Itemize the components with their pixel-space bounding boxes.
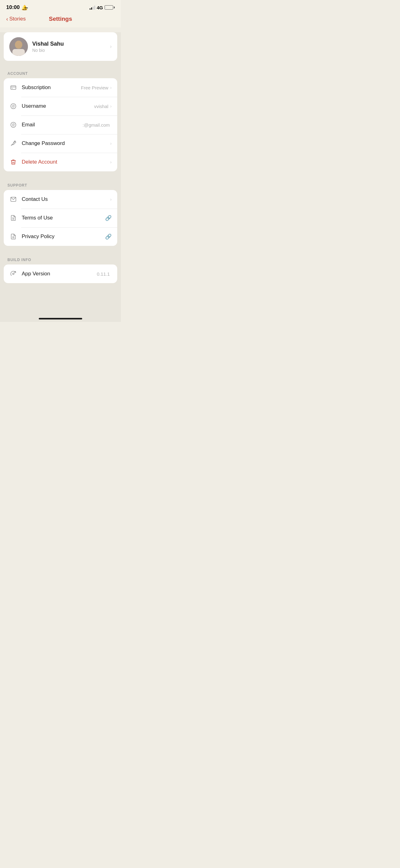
privacy-icon xyxy=(9,232,18,241)
battery-icon xyxy=(104,5,115,10)
delete-account-item[interactable]: Delete Account › xyxy=(4,153,117,172)
profile-name: Vishal Sahu xyxy=(32,41,106,47)
email-item[interactable]: @ Email :@gmail.com xyxy=(4,116,117,134)
svg-rect-4 xyxy=(12,49,25,56)
subscription-icon xyxy=(9,84,18,92)
back-chevron-icon: ‹ xyxy=(6,16,8,22)
app-version-value: 0.11.1 xyxy=(97,271,110,277)
nav-bar: ‹ Stories Settings xyxy=(0,12,121,27)
svg-point-18 xyxy=(13,273,14,275)
gap-2 xyxy=(0,246,121,252)
contact-us-chevron-icon: › xyxy=(110,197,112,202)
status-bar: 10:00 🔔̶ 4G xyxy=(0,0,121,12)
contact-us-item[interactable]: Contact Us › xyxy=(4,190,117,209)
username-item[interactable]: @ Username vvishal › xyxy=(4,97,117,116)
privacy-policy-item[interactable]: Privacy Policy 🔗 xyxy=(4,227,117,246)
subscription-item[interactable]: Subscription Free Preview › xyxy=(4,78,117,97)
terms-of-use-label: Terms of Use xyxy=(22,215,105,221)
email-value: :@gmail.com xyxy=(82,122,110,128)
change-password-item[interactable]: Change Password › xyxy=(4,134,117,153)
support-settings-card: Contact Us › Terms of Use 🔗 xyxy=(4,190,117,246)
subscription-label: Subscription xyxy=(22,85,81,91)
password-icon xyxy=(9,140,18,148)
profile-info: Vishal Sahu No bio xyxy=(32,41,106,53)
svg-rect-5 xyxy=(11,86,16,89)
username-icon: @ xyxy=(9,102,18,110)
bottom-spacer xyxy=(0,283,121,302)
app-version-label: App Version xyxy=(22,271,97,277)
terms-of-use-item[interactable]: Terms of Use 🔗 xyxy=(4,209,117,227)
signal-bar-3 xyxy=(93,6,94,10)
profile-bio: No bio xyxy=(32,48,106,53)
contact-us-label: Contact Us xyxy=(22,196,110,203)
section-header-build: BUILD INFO xyxy=(0,252,121,265)
subscription-chevron-icon: › xyxy=(110,85,112,90)
signal-bar-4 xyxy=(94,6,95,10)
username-label: Username xyxy=(22,103,94,109)
privacy-link-icon: 🔗 xyxy=(105,234,112,240)
app-version-icon xyxy=(9,270,18,278)
network-label: 4G xyxy=(97,5,103,10)
delete-icon xyxy=(9,158,18,166)
back-button[interactable]: ‹ Stories xyxy=(6,16,26,22)
status-time: 10:00 🔔̶ xyxy=(6,4,28,10)
content-area: Vishal Sahu No bio › ACCOUNT Subscriptio… xyxy=(0,32,121,314)
privacy-policy-label: Privacy Policy xyxy=(22,234,105,240)
email-icon: @ xyxy=(9,121,18,129)
delete-account-label: Delete Account xyxy=(22,159,110,165)
change-password-chevron-icon: › xyxy=(110,141,112,146)
app-version-item: App Version 0.11.1 xyxy=(4,265,117,283)
contact-icon xyxy=(9,195,18,203)
account-settings-card: Subscription Free Preview › @ Username v… xyxy=(4,78,117,172)
section-header-account: ACCOUNT xyxy=(0,66,121,78)
avatar-image xyxy=(9,37,28,56)
gap-1 xyxy=(0,172,121,178)
profile-chevron-icon: › xyxy=(110,44,112,49)
username-chevron-icon: › xyxy=(110,104,112,108)
svg-point-12 xyxy=(12,144,12,145)
page-title: Settings xyxy=(49,16,72,22)
time-label: 10:00 xyxy=(6,4,20,10)
build-info-card: App Version 0.11.1 xyxy=(4,265,117,283)
svg-text:@: @ xyxy=(12,123,15,126)
svg-point-3 xyxy=(15,41,22,48)
username-value: vvishal xyxy=(94,104,108,109)
subscription-value: Free Preview xyxy=(81,85,108,90)
mute-icon: 🔔̶ xyxy=(22,5,28,10)
email-label: Email xyxy=(22,122,82,128)
signal-bar-1 xyxy=(90,8,91,10)
section-header-support: SUPPORT xyxy=(0,178,121,190)
home-indicator xyxy=(0,314,121,322)
status-right: 4G xyxy=(90,5,115,10)
signal-bar-2 xyxy=(91,7,92,10)
signal-bars xyxy=(90,6,95,10)
terms-link-icon: 🔗 xyxy=(105,215,112,221)
change-password-label: Change Password xyxy=(22,140,110,147)
avatar xyxy=(9,37,28,56)
svg-text:@: @ xyxy=(12,104,15,108)
delete-account-chevron-icon: › xyxy=(110,160,112,164)
profile-card[interactable]: Vishal Sahu No bio › xyxy=(4,32,117,61)
back-label: Stories xyxy=(9,16,26,22)
terms-icon xyxy=(9,214,18,222)
home-bar xyxy=(39,318,82,319)
